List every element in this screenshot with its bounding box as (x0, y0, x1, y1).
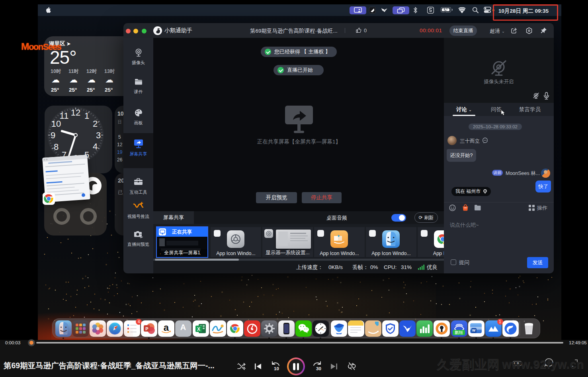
svg-text:P: P (146, 326, 148, 331)
svg-text:a: a (164, 322, 169, 333)
svg-text:X: X (197, 326, 200, 332)
